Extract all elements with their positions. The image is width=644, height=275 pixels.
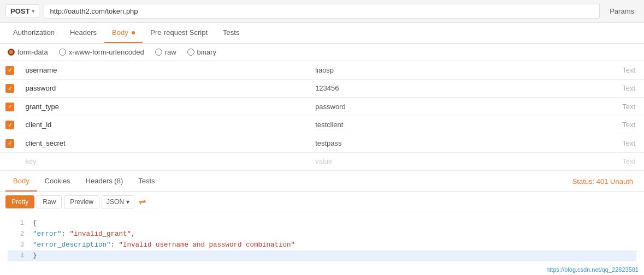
empty-type-cell: Text: [600, 152, 644, 170]
code-line-2: 2 "error": "invalid_grant",: [8, 229, 636, 240]
method-chevron: ▾: [32, 8, 34, 14]
key-cell-0: username: [20, 61, 310, 79]
response-tab-body[interactable]: Body: [5, 171, 37, 192]
table-row: ✓ password 123456 Text: [0, 79, 644, 98]
response-tab-headers[interactable]: Headers (8): [78, 171, 131, 192]
checkbox-3[interactable]: ✓: [5, 121, 14, 129]
checkbox-2[interactable]: ✓: [5, 103, 14, 111]
value-cell-2: password: [310, 98, 600, 116]
type-cell-3: Text: [600, 116, 644, 134]
value-cell-3: testclient: [310, 116, 600, 134]
code-output: 1 { 2 "error": "invalid_grant", 3 "error…: [0, 212, 644, 267]
value-cell-1: 123456: [310, 79, 600, 98]
table-row: ✓ client_secret testpass Text: [0, 134, 644, 153]
code-line-3: 3 "error_description": "Invalid username…: [8, 240, 636, 250]
code-line-4: 4 }: [8, 250, 636, 261]
empty-row: key value Text: [0, 152, 644, 170]
type-cell-1: Text: [600, 79, 644, 98]
tab-prerequest[interactable]: Pre-request Script: [143, 23, 215, 43]
status-value: 401 Unauth: [596, 177, 633, 186]
body-dot: [132, 31, 135, 34]
table-row: ✓ client_id testclient Text: [0, 116, 644, 134]
empty-value-cell[interactable]: value: [310, 152, 600, 170]
checkbox-cell-4[interactable]: ✓: [0, 134, 20, 153]
sort-icon[interactable]: ⇌: [139, 196, 146, 207]
footer-link: https://blog.csdn.net/qq_22823581: [546, 266, 639, 267]
radio-formdata[interactable]: form-data: [8, 48, 48, 56]
type-cell-4: Text: [600, 134, 644, 153]
json-chevron: ▾: [126, 198, 129, 206]
table-row: ✓ username liaosp Text: [0, 61, 644, 79]
response-tab-cookies[interactable]: Cookies: [37, 171, 78, 192]
url-bar: POST ▾ Params: [0, 0, 644, 23]
checkbox-0[interactable]: ✓: [5, 66, 14, 75]
response-tab-tests[interactable]: Tests: [131, 171, 162, 192]
format-pretty[interactable]: Pretty: [5, 195, 34, 208]
params-button[interactable]: Params: [605, 5, 639, 17]
top-tab-bar: Authorization Headers Body Pre-request S…: [0, 23, 644, 44]
checkbox-4[interactable]: ✓: [5, 139, 14, 148]
checkbox-cell-2[interactable]: ✓: [0, 98, 20, 116]
value-cell-4: testpass: [310, 134, 600, 153]
key-cell-4: client_secret: [20, 134, 310, 153]
status-indicator: Status: 401 Unauth: [572, 177, 639, 186]
format-raw[interactable]: Raw: [37, 195, 62, 208]
method-label: POST: [10, 7, 29, 15]
empty-key-cell[interactable]: key: [20, 152, 310, 170]
table-row: ✓ grant_type password Text: [0, 98, 644, 116]
key-cell-3: client_id: [20, 116, 310, 134]
key-cell-2: grant_type: [20, 98, 310, 116]
response-format-bar: Pretty Raw Preview JSON ▾ ⇌: [0, 192, 644, 212]
response-tab-bar: Body Cookies Headers (8) Tests Status: 4…: [0, 171, 644, 192]
radio-raw[interactable]: raw: [155, 48, 176, 56]
checkbox-cell-0[interactable]: ✓: [0, 61, 20, 79]
checkbox-1[interactable]: ✓: [5, 84, 14, 93]
tab-body[interactable]: Body: [104, 23, 143, 43]
type-cell-2: Text: [600, 98, 644, 116]
tab-authorization[interactable]: Authorization: [5, 23, 62, 43]
checkbox-cell-3[interactable]: ✓: [0, 116, 20, 134]
method-select[interactable]: POST ▾: [5, 4, 39, 18]
key-cell-1: password: [20, 79, 310, 98]
radio-binary[interactable]: binary: [187, 48, 216, 56]
body-type-bar: form-data x-www-form-urlencoded raw bina…: [0, 44, 644, 61]
format-preview[interactable]: Preview: [64, 195, 99, 208]
tab-tests[interactable]: Tests: [215, 23, 247, 43]
value-cell-0: liaosp: [310, 61, 600, 79]
radio-urlencoded[interactable]: x-www-form-urlencoded: [59, 48, 144, 56]
url-input[interactable]: [44, 4, 600, 19]
type-cell-0: Text: [600, 61, 644, 79]
form-table: ✓ username liaosp Text ✓ password 123456…: [0, 61, 644, 170]
status-label: Status:: [572, 177, 594, 186]
json-select[interactable]: JSON ▾: [102, 195, 134, 208]
response-section: Body Cookies Headers (8) Tests Status: 4…: [0, 170, 644, 267]
empty-checkbox-cell: [0, 152, 20, 170]
checkbox-cell-1[interactable]: ✓: [0, 79, 20, 98]
tab-headers[interactable]: Headers: [62, 23, 104, 43]
code-line-1: 1 {: [8, 218, 636, 229]
